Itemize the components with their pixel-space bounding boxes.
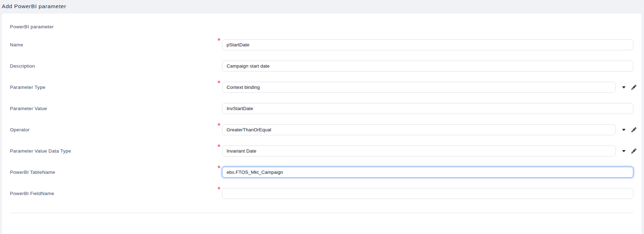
field-control: [222, 167, 633, 178]
pencil-icon[interactable]: [631, 126, 637, 133]
required-indicator: [218, 123, 220, 126]
field-control: [222, 39, 633, 50]
field-label: Parameter Type: [10, 85, 222, 90]
form-card: PowerBI parameter Name Description Param…: [1, 13, 642, 234]
field-label: Parameter Value: [10, 106, 222, 111]
form-row: PowerBI TableName: [10, 167, 634, 178]
form-row: Parameter Value Data Type: [10, 145, 634, 156]
page-title: Add PowerBI parameter: [2, 3, 644, 10]
field-input[interactable]: [222, 103, 633, 114]
field-control: [222, 145, 637, 156]
required-indicator: [218, 187, 220, 189]
field-label: Name: [10, 42, 222, 47]
field-input[interactable]: [222, 167, 633, 178]
field-control: [222, 188, 633, 199]
caret-down-icon[interactable]: [621, 148, 626, 155]
required-indicator: [218, 81, 220, 83]
field-input[interactable]: [222, 82, 616, 93]
field-label: Description: [10, 63, 222, 69]
field-input[interactable]: [222, 61, 633, 72]
field-control: [222, 82, 637, 93]
form-row: Name: [10, 39, 634, 50]
field-label: Parameter Value Data Type: [10, 148, 222, 154]
field-label: Operator: [10, 127, 222, 132]
section-divider: [10, 213, 633, 213]
required-indicator: [218, 144, 220, 147]
form-row: Description: [10, 61, 634, 72]
field-label: PowerBI TableName: [10, 170, 222, 175]
caret-down-icon[interactable]: [621, 84, 626, 91]
field-input[interactable]: [222, 145, 616, 156]
field-label: PowerBI FieldName: [10, 191, 222, 196]
pencil-icon[interactable]: [631, 84, 637, 91]
page-header: Add PowerBI parameter: [0, 0, 644, 13]
section-title: PowerBI parameter: [10, 24, 634, 29]
field-input[interactable]: [222, 188, 633, 199]
field-control: [222, 103, 633, 114]
required-indicator: [218, 38, 220, 41]
field-input[interactable]: [222, 124, 616, 135]
field-input[interactable]: [222, 39, 633, 50]
form-row: Parameter Value: [10, 103, 634, 114]
field-control: [222, 124, 637, 135]
pencil-icon[interactable]: [631, 148, 637, 155]
form-row: PowerBI FieldName: [10, 188, 634, 199]
form-row: Operator: [10, 124, 634, 135]
required-indicator: [218, 166, 220, 168]
caret-down-icon[interactable]: [621, 126, 626, 133]
form-row: Parameter Type: [10, 82, 634, 93]
field-control: [222, 61, 633, 72]
form-rows: Name Description Parameter Type P: [10, 39, 634, 199]
